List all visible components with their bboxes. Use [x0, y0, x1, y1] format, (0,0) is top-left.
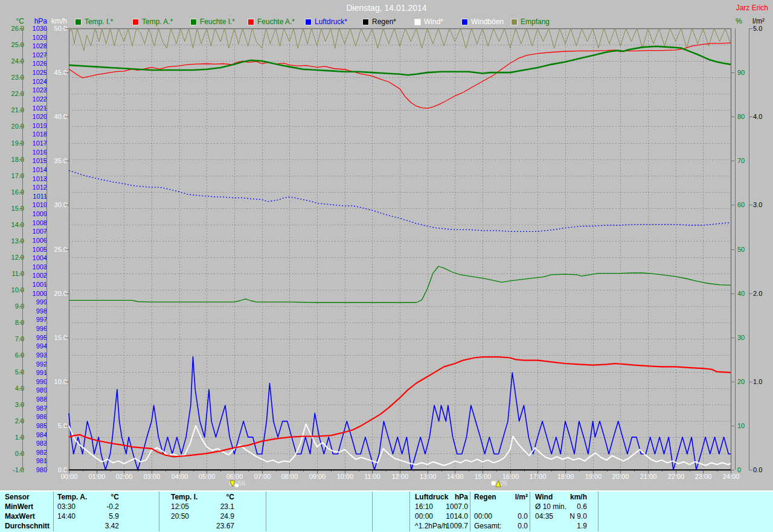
- table-separator: [530, 492, 530, 531]
- table-cell-value: 23.1: [186, 502, 234, 511]
- table-cell-value: 5.9: [71, 511, 119, 521]
- table-separator: [372, 492, 373, 531]
- table-row-label: MaxWert: [5, 511, 35, 521]
- table-cell-value: 1.9: [539, 521, 587, 531]
- table-cell-value: 23.67: [186, 521, 234, 531]
- table-cell-value: 0.0: [480, 521, 528, 531]
- table-cell-value: 1014.0: [420, 511, 468, 521]
- table-cell-value: N 9.0: [539, 511, 587, 521]
- table-separator: [159, 492, 159, 531]
- table-cell-value: 0.6: [539, 502, 587, 511]
- table-separator: [266, 492, 266, 531]
- table-row-label: Durchschnitt: [5, 521, 50, 531]
- gridlines: [69, 28, 731, 470]
- sensor-unit: km/h: [539, 492, 587, 502]
- sensor-unit: °C: [186, 492, 234, 502]
- table-cell-value: -0.2: [71, 502, 119, 511]
- axis-ticks: [19, 28, 752, 470]
- table-cell-value: 1009.7: [420, 521, 468, 531]
- table-row-label: Sensor: [5, 492, 30, 502]
- table-row-label: MinWert: [5, 502, 33, 511]
- table-cell-value: 0.0: [480, 511, 528, 521]
- table-separator: [470, 492, 470, 531]
- table-separator: [598, 492, 598, 531]
- table-cell-value: 3.42: [71, 521, 119, 531]
- sensor-unit: hPa: [420, 492, 468, 502]
- table-cell-value: 1007.0: [420, 502, 468, 511]
- table-cell-value: 24.9: [186, 511, 234, 521]
- sensor-unit: l/m²: [480, 492, 528, 502]
- sensor-unit: °C: [71, 492, 119, 502]
- chart-canvas: [0, 0, 773, 489]
- table-separator: [53, 492, 54, 531]
- table-separator: [409, 492, 410, 531]
